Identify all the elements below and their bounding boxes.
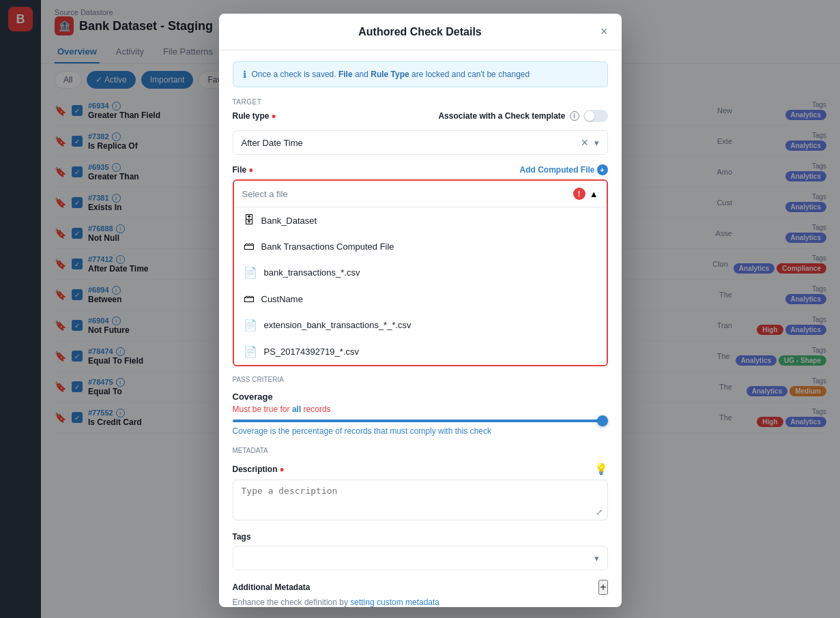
coverage-section: Coverage Must be true for all records Co… — [233, 392, 608, 436]
description-label: Description ● — [233, 465, 285, 474]
background-page: B Source Datastore 🏦 Bank Dataset - Stag… — [0, 0, 840, 618]
modal: Authored Check Details × ℹ Once a check … — [219, 14, 622, 607]
file-list: 🗄 Bank_Dataset 🗃 Bank Transactions Compu… — [234, 207, 607, 365]
error-icon: ! — [573, 188, 585, 200]
desc-header: Description ● 💡 — [233, 462, 608, 475]
expand-icon: ⤢ — [596, 507, 603, 517]
file-section-header: File ● Add Computed File + — [233, 164, 608, 175]
computed-icon: 🗃 — [244, 293, 255, 305]
chevron-up-icon: ▲ — [590, 189, 598, 199]
modal-overlay: Authored Check Details × ℹ Once a check … — [0, 0, 840, 618]
additional-metadata-desc: Enhance the check definition by setting … — [233, 598, 608, 607]
required-indicator: ● — [248, 165, 253, 175]
associate-info-icon: i — [570, 111, 579, 121]
info-banner: ℹ Once a check is saved. File and Rule T… — [233, 61, 608, 87]
description-wrapper: ⤢ — [233, 480, 608, 523]
dataset-icon: 🗄 — [244, 214, 255, 226]
coverage-slider[interactable] — [233, 420, 608, 422]
computed-file-icon: 🗃 — [244, 240, 255, 252]
file-label: File ● — [233, 165, 254, 175]
file-select-header[interactable]: Select a file ! ▲ — [234, 181, 607, 207]
file-select-icons: ! ▲ — [573, 188, 598, 200]
required-indicator: ● — [272, 111, 276, 121]
coverage-info: Coverage is the percentage of records th… — [233, 426, 608, 436]
description-section: Description ● 💡 ⤢ — [233, 462, 608, 523]
file-item-csv-1[interactable]: 📄 bank_transactions_*.csv — [234, 259, 607, 286]
csv-file-icon: 📄 — [244, 319, 257, 332]
required-indicator: ● — [280, 465, 285, 474]
close-button[interactable]: × — [600, 25, 608, 39]
tags-select[interactable]: ▾ — [233, 546, 608, 570]
tags-label: Tags — [233, 532, 608, 542]
clear-rule-type-button[interactable]: ✕ — [581, 137, 589, 148]
rule-type-row: Rule type ● Associate with a Check templ… — [233, 110, 608, 122]
plus-circle-icon: + — [597, 164, 608, 175]
associate-toggle[interactable] — [583, 110, 608, 122]
bulb-icon: 💡 — [594, 462, 608, 475]
add-computed-file-button[interactable]: Add Computed File + — [520, 164, 608, 175]
add-metadata-button[interactable]: + — [598, 580, 607, 595]
rule-type-value: After Date Time — [242, 138, 303, 148]
coverage-label: Coverage — [233, 392, 608, 402]
slider-fill — [233, 420, 608, 422]
pass-criteria-label: Pass Criteria — [233, 376, 608, 383]
additional-metadata-section: Additional Metadata + Enhance the check … — [233, 580, 608, 607]
file-item-computed[interactable]: 🗃 Bank Transactions Computed File — [234, 233, 607, 259]
associate-label: Associate with a Check template i — [438, 110, 607, 122]
modal-header: Authored Check Details × — [219, 14, 622, 50]
setting-custom-metadata-link[interactable]: setting custom metadata — [350, 598, 439, 607]
additional-header: Additional Metadata + — [233, 580, 608, 595]
csv-file-icon: 📄 — [244, 345, 257, 358]
file-item-bank-dataset[interactable]: 🗄 Bank_Dataset — [234, 207, 607, 233]
csv-file-icon: 📄 — [244, 266, 257, 279]
tags-section: Tags ▾ — [233, 532, 608, 570]
modal-body: ℹ Once a check is saved. File and Rule T… — [219, 50, 622, 607]
info-text: Once a check is saved. File and Rule Typ… — [252, 70, 530, 79]
file-item-csv-3[interactable]: 📄 PS_20174392719_*.csv — [234, 338, 607, 365]
chevron-down-icon: ▾ — [594, 553, 599, 563]
file-placeholder: Select a file — [242, 189, 288, 199]
coverage-subtext: Must be true for all records — [233, 404, 608, 414]
chevron-down-icon: ▾ — [594, 138, 599, 148]
rule-type-label: Rule type ● — [233, 111, 276, 121]
additional-metadata-label: Additional Metadata — [233, 583, 310, 592]
slider-thumb — [597, 415, 608, 426]
info-circle-icon: ℹ — [243, 69, 246, 80]
target-section-label: Target — [233, 98, 608, 106]
metadata-label: Metadata — [233, 447, 608, 454]
file-select-dropdown[interactable]: Select a file ! ▲ 🗄 Bank_Dataset — [233, 179, 608, 366]
rule-type-select[interactable]: After Date Time ✕ ▾ — [233, 130, 608, 155]
slider-track — [233, 420, 608, 422]
file-item-custname[interactable]: 🗃 CustName — [234, 286, 607, 312]
description-textarea[interactable] — [233, 480, 608, 520]
file-item-csv-2[interactable]: 📄 extension_bank_transactions_*_*.csv — [234, 312, 607, 338]
modal-title: Authored Check Details — [358, 26, 481, 38]
